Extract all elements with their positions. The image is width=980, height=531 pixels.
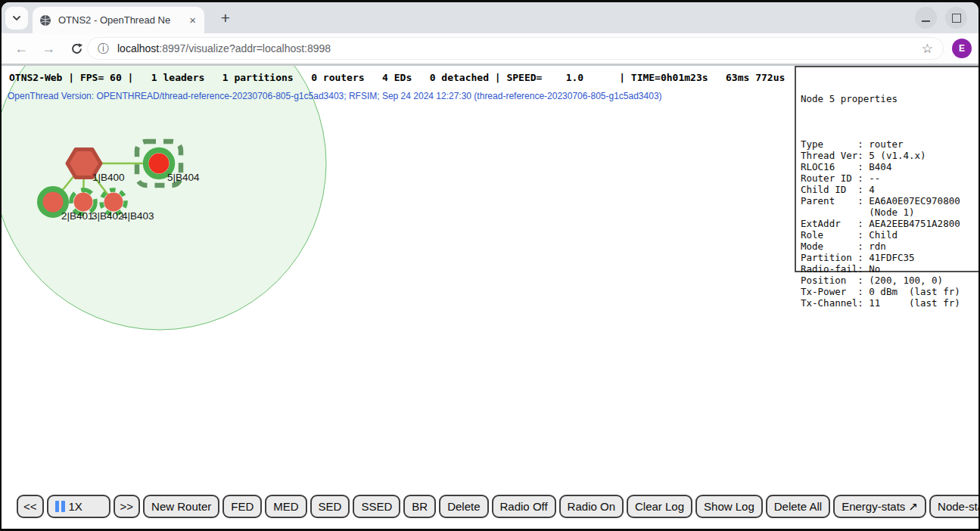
- minimize-icon: [922, 20, 930, 22]
- med-button[interactable]: MED: [265, 495, 306, 518]
- delete-button[interactable]: Delete: [439, 495, 488, 518]
- window-minimize-button[interactable]: [915, 7, 937, 29]
- node-3-label: 3|B402: [92, 210, 124, 222]
- ssed-button[interactable]: SSED: [353, 495, 400, 518]
- energy-stats-button[interactable]: Energy-stats ↗: [833, 495, 926, 518]
- node-properties-body: Type : router Thread Ver: 5 (v1.4.x) RLO…: [801, 138, 974, 309]
- node-properties-title: Node 5 properties: [801, 93, 974, 104]
- otns-page: 1|B400 5|B404 2|B401 3|B402 4|B403 OTNS2…: [2, 66, 978, 529]
- new-tab-button[interactable]: +: [216, 8, 235, 28]
- new-router-button[interactable]: New Router: [143, 495, 219, 518]
- page-info-icon[interactable]: ⓘ: [98, 42, 109, 56]
- radio-off-button[interactable]: Radio Off: [492, 495, 556, 518]
- action-bar: << 1X >> New Router FED MED SED SSED BR …: [17, 495, 978, 518]
- fast-forward-button[interactable]: >>: [114, 495, 141, 518]
- tab-search-button[interactable]: [5, 7, 28, 30]
- br-button[interactable]: BR: [403, 495, 436, 518]
- url-host: localhost: [117, 42, 159, 54]
- address-bar[interactable]: ⓘ localhost:8997/visualize?addr=localhos…: [87, 37, 944, 60]
- delete-all-button[interactable]: Delete All: [766, 495, 830, 518]
- window-maximize-button[interactable]: [945, 7, 967, 29]
- browser-tab[interactable]: OTNS2 - OpenThread Ne ×: [33, 7, 204, 33]
- status-line: OTNS2-Web | FPS= 60 | 1 leaders 1 partit…: [9, 72, 785, 83]
- speed-button[interactable]: 1X: [47, 495, 110, 518]
- fed-button[interactable]: FED: [222, 495, 262, 518]
- browser-window: OTNS2 - OpenThread Ne × + ← → ⓘ localhos…: [2, 2, 978, 529]
- forward-button[interactable]: →: [37, 33, 60, 64]
- sed-button[interactable]: SED: [310, 495, 350, 518]
- speed-label: 1X: [69, 500, 82, 513]
- maximize-icon: [952, 14, 961, 23]
- profile-avatar[interactable]: E: [952, 39, 972, 58]
- node-5-body: [149, 154, 170, 174]
- url-text: localhost:8997/visualize?addr=localhost:…: [117, 42, 331, 54]
- back-button[interactable]: ←: [10, 33, 33, 64]
- node-5-label: 5|B404: [167, 172, 200, 183]
- radio-on-button[interactable]: Radio On: [559, 495, 624, 518]
- url-path: :8997/visualize?addr=localhost:8998: [159, 42, 331, 54]
- tab-title: OTNS2 - OpenThread Ne: [58, 14, 188, 26]
- bookmark-star-icon[interactable]: ☆: [922, 41, 933, 57]
- version-line: OpenThread Version: OPENTHREAD/thread-re…: [8, 91, 662, 101]
- pause-icon: [55, 501, 65, 512]
- node-2-body: [43, 192, 64, 213]
- tab-close-icon[interactable]: ×: [188, 14, 198, 26]
- node-properties-panel: Node 5 properties Type : router Thread V…: [795, 66, 978, 272]
- node-4-label: 4|B403: [122, 210, 154, 222]
- node-2-label: 2|B401: [61, 210, 94, 222]
- reload-button[interactable]: [65, 33, 88, 64]
- chevron-down-icon: [11, 13, 22, 23]
- clear-log-button[interactable]: Clear Log: [627, 495, 692, 518]
- globe-favicon-icon: [39, 14, 51, 26]
- reload-icon: [70, 42, 83, 55]
- rewind-button[interactable]: <<: [17, 495, 44, 518]
- node-3-body: [74, 193, 93, 212]
- browser-toolbar: ← → ⓘ localhost:8997/visualize?addr=loca…: [2, 33, 978, 64]
- node-1-label: 1|B400: [92, 172, 125, 183]
- screenshot-root: { "browser": { "tab": { "title": "OTNS2 …: [0, 0, 980, 531]
- tab-strip: OTNS2 - OpenThread Ne × +: [2, 2, 978, 33]
- show-log-button[interactable]: Show Log: [695, 495, 763, 518]
- node-4-body: [104, 193, 123, 212]
- node-stats-button[interactable]: Node-stats ↗: [929, 495, 978, 518]
